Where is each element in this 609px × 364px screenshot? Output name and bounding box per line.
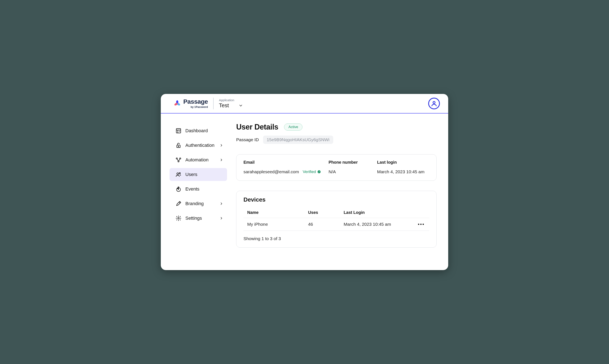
- stopwatch-icon: [175, 186, 181, 192]
- svg-point-3: [433, 101, 435, 104]
- main-content: User Details Active Passage ID 15e9B9Nqg…: [230, 122, 437, 258]
- sidebar-item-dashboard[interactable]: Dashboard: [169, 124, 227, 137]
- brand-subtitle: by 1Password: [191, 105, 208, 108]
- svg-point-9: [180, 158, 181, 159]
- top-bar: Passage by 1Password Application Test: [161, 94, 448, 114]
- verified-badge: Verified: [303, 169, 321, 174]
- sidebar-item-label: Settings: [185, 216, 202, 221]
- col-name: Name: [247, 210, 308, 215]
- brand-logo[interactable]: Passage by 1Password: [174, 99, 213, 108]
- lastlogin-value: March 4, 2023 10:45 am: [377, 169, 429, 174]
- email-label: Email: [244, 160, 324, 165]
- svg-point-11: [179, 173, 181, 174]
- table-row: My iPhone 46 March 4, 2023 10:45 am: [244, 218, 429, 231]
- sidebar-item-authentication[interactable]: Authentication: [169, 139, 227, 152]
- status-badge: Active: [284, 123, 302, 130]
- device-last: March 4, 2023 10:45 am: [344, 222, 415, 227]
- account-avatar[interactable]: [428, 98, 440, 109]
- svg-point-10: [177, 173, 179, 175]
- phone-label: Phone number: [328, 160, 373, 165]
- passage-id-label: Passage ID: [236, 137, 259, 142]
- device-uses: 46: [308, 222, 344, 227]
- col-uses: Uses: [308, 210, 344, 215]
- chevron-right-icon: [220, 217, 223, 220]
- col-last: Last Login: [344, 210, 415, 215]
- pagination-text: Showing 1 to 3 of 3: [244, 236, 429, 241]
- sidebar-item-branding[interactable]: Branding: [169, 197, 227, 210]
- sidebar-item-settings[interactable]: Settings: [169, 212, 227, 225]
- lock-icon: [175, 142, 181, 148]
- application-name: Test: [219, 102, 229, 109]
- device-name: My iPhone: [247, 222, 308, 227]
- table-header-row: Name Uses Last Login: [244, 208, 429, 218]
- sidebar-item-label: Events: [185, 186, 199, 192]
- devices-heading: Devices: [244, 196, 429, 203]
- passage-id-value[interactable]: 15e9B9NqgoHIAKsUGy6gSNWi: [263, 136, 333, 144]
- chevron-right-icon: [220, 144, 223, 147]
- page-title: User Details: [236, 123, 278, 131]
- sidebar-item-label: Automation: [185, 157, 208, 163]
- gear-icon: [175, 215, 181, 221]
- svg-point-7: [176, 158, 178, 159]
- application-label: Application: [219, 98, 243, 102]
- devices-card: Devices Name Uses Last Login My iPhone 4…: [236, 191, 437, 247]
- sidebar-item-label: Authentication: [185, 143, 214, 148]
- sidebar-item-events[interactable]: Events: [169, 183, 227, 195]
- sidebar-item-label: Dashboard: [185, 128, 208, 133]
- devices-table: Name Uses Last Login My iPhone 46 March …: [244, 208, 429, 231]
- passage-logo-icon: [174, 100, 181, 107]
- sidebar: Dashboard Authentication Automation: [165, 122, 227, 258]
- chevron-right-icon: [220, 158, 223, 161]
- phone-value: N/A: [328, 169, 373, 174]
- check-badge-icon: [317, 170, 321, 174]
- lastlogin-label: Last login: [377, 160, 429, 165]
- user-info-card: Email Phone number Last login sarahapple…: [236, 154, 437, 181]
- dots-icon: [418, 224, 419, 225]
- sidebar-item-label: Branding: [185, 201, 204, 206]
- sidebar-item-automation[interactable]: Automation: [169, 154, 227, 166]
- email-value: sarahappleseed@email.com: [244, 169, 299, 174]
- users-icon: [175, 171, 181, 178]
- pen-icon: [175, 201, 181, 207]
- chevron-down-icon: [239, 104, 243, 107]
- user-icon: [430, 100, 438, 107]
- svg-rect-4: [176, 129, 181, 133]
- dashboard-icon: [175, 128, 181, 134]
- app-window: Passage by 1Password Application Test: [161, 94, 448, 270]
- svg-point-13: [178, 218, 179, 219]
- sidebar-item-users[interactable]: Users: [169, 168, 227, 181]
- svg-point-6: [178, 146, 179, 147]
- row-actions-button[interactable]: [415, 224, 427, 225]
- chevron-right-icon: [220, 202, 223, 205]
- application-picker[interactable]: Application Test: [219, 98, 243, 109]
- sidebar-item-label: Users: [185, 172, 197, 177]
- brand-name: Passage: [183, 99, 208, 105]
- nodes-icon: [175, 157, 181, 163]
